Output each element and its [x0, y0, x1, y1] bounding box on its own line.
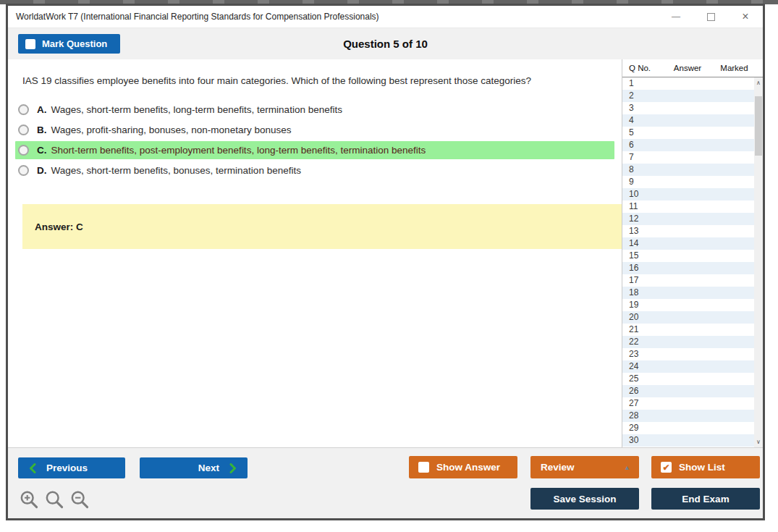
list-item[interactable]: 9: [622, 176, 754, 188]
option-text: Wages, short-term benefits, long-term be…: [51, 104, 342, 115]
question-list-panel: Q No. Answer Marked 12345678910111213141…: [622, 59, 763, 447]
show-answer-checkbox[interactable]: [418, 462, 429, 473]
radio-button[interactable]: [18, 104, 29, 115]
list-item[interactable]: 23: [622, 348, 754, 360]
list-item[interactable]: 1: [622, 77, 754, 90]
question-text: IAS 19 classifies employee benefits into…: [22, 75, 612, 86]
save-session-button[interactable]: Save Session: [530, 488, 639, 510]
list-item[interactable]: 16: [622, 262, 754, 274]
show-list-label: Show List: [679, 462, 725, 473]
next-button[interactable]: Next: [140, 457, 248, 478]
zoom-in-icon[interactable]: [20, 490, 39, 510]
list-item[interactable]: 2: [622, 90, 754, 102]
list-item[interactable]: 12: [622, 213, 754, 225]
zoom-toolbar: [20, 490, 90, 510]
list-item[interactable]: 7: [622, 151, 754, 164]
question-area: IAS 19 classifies employee benefits into…: [8, 59, 622, 447]
list-item[interactable]: 17: [622, 274, 754, 287]
options-list: A. Wages, short-term benefits, long-term…: [15, 101, 622, 180]
question-list-header: Q No. Answer Marked: [622, 59, 763, 77]
option-row-b[interactable]: B. Wages, profit-sharing, bonuses, non-m…: [15, 121, 614, 139]
show-list-checkbox[interactable]: ✔: [661, 462, 672, 473]
footer-toolbar: Previous Next: [8, 447, 763, 518]
option-text: Wages, short-term benefits, bonuses, ter…: [51, 165, 301, 176]
close-icon: ×: [742, 10, 748, 23]
scrollbar[interactable]: ∧ ∨: [754, 77, 763, 447]
radio-button[interactable]: [18, 124, 29, 135]
zoom-reset-icon[interactable]: [45, 490, 64, 510]
end-exam-button[interactable]: End Exam: [651, 488, 760, 510]
end-exam-label: End Exam: [682, 494, 729, 504]
minimize-icon: —: [672, 12, 680, 22]
main-area: IAS 19 classifies employee benefits into…: [8, 59, 763, 447]
scroll-thumb[interactable]: [755, 96, 762, 156]
show-list-button[interactable]: ✔ Show List: [651, 456, 760, 478]
list-item[interactable]: 28: [622, 410, 754, 422]
answer-box: Answer: C: [22, 204, 622, 249]
answer-label: Answer: C: [35, 221, 83, 232]
scroll-down-icon: ∨: [756, 439, 761, 445]
list-item[interactable]: 26: [622, 385, 754, 397]
previous-label: Previous: [46, 463, 88, 473]
maximize-icon: [707, 13, 715, 21]
list-item[interactable]: 8: [622, 164, 754, 176]
show-answer-button[interactable]: Show Answer: [409, 456, 517, 478]
question-header-band: Question 5 of 10 Mark Question: [8, 28, 763, 59]
list-item[interactable]: 24: [622, 360, 754, 373]
next-label: Next: [198, 463, 219, 473]
review-button[interactable]: Review ▲: [530, 456, 639, 478]
mark-question-checkbox[interactable]: [25, 39, 35, 49]
option-row-d[interactable]: D. Wages, short-term benefits, bonuses, …: [15, 161, 614, 180]
list-item[interactable]: 19: [622, 299, 754, 311]
radio-button[interactable]: [18, 165, 29, 176]
list-item[interactable]: 6: [622, 139, 754, 151]
close-button[interactable]: ×: [728, 6, 763, 28]
list-item[interactable]: 3: [622, 102, 754, 114]
list-item[interactable]: 11: [622, 200, 754, 213]
option-letter: A.: [37, 104, 47, 115]
option-row-c-highlighted[interactable]: C. Short-term benefits, post-employment …: [15, 141, 614, 159]
show-answer-label: Show Answer: [436, 462, 500, 473]
list-item[interactable]: 21: [622, 324, 754, 336]
option-text: Short-term benefits, post-employment ben…: [51, 145, 426, 156]
caret-up-icon: ▲: [624, 464, 639, 471]
list-item[interactable]: 25: [622, 373, 754, 385]
list-item[interactable]: 18: [622, 287, 754, 299]
save-session-label: Save Session: [553, 494, 616, 504]
zoom-out-icon[interactable]: [70, 490, 90, 510]
scroll-down-button[interactable]: ∨: [754, 436, 763, 447]
column-header-qno: Q No.: [622, 64, 662, 72]
scroll-up-icon: ∧: [756, 80, 761, 86]
mark-question-label: Mark Question: [42, 38, 107, 49]
maximize-button[interactable]: [693, 6, 728, 28]
list-item[interactable]: 15: [622, 250, 754, 262]
list-item[interactable]: 14: [622, 237, 754, 250]
question-list-rows: 1234567891011121314151617181920212223242…: [622, 77, 754, 447]
option-letter: B.: [37, 124, 47, 135]
window-controls: — ×: [659, 6, 763, 28]
review-label: Review: [541, 462, 575, 473]
minimize-button[interactable]: —: [659, 6, 693, 28]
mark-question-button[interactable]: Mark Question: [18, 34, 120, 54]
option-letter: D.: [37, 165, 47, 176]
list-item[interactable]: 20: [622, 311, 754, 324]
list-item[interactable]: 10: [622, 188, 754, 200]
list-item[interactable]: 5: [622, 127, 754, 139]
list-item[interactable]: 27: [622, 397, 754, 410]
window-title: WorldatWork T7 (International Financial …: [8, 12, 379, 22]
list-item[interactable]: 4: [622, 114, 754, 127]
question-list: 1234567891011121314151617181920212223242…: [622, 77, 763, 447]
app-window: WorldatWork T7 (International Financial …: [6, 4, 765, 520]
column-header-marked: Marked: [713, 64, 763, 72]
titlebar: WorldatWork T7 (International Financial …: [8, 6, 763, 28]
radio-button[interactable]: [18, 145, 29, 156]
list-item[interactable]: 29: [622, 422, 754, 434]
previous-button[interactable]: Previous: [18, 457, 125, 478]
option-row-a[interactable]: A. Wages, short-term benefits, long-term…: [15, 101, 614, 119]
scroll-up-button[interactable]: ∧: [754, 77, 763, 88]
list-item[interactable]: 22: [622, 336, 754, 348]
list-item[interactable]: 13: [622, 225, 754, 237]
list-item[interactable]: 30: [622, 434, 754, 447]
chevron-right-icon: [229, 463, 237, 473]
option-text: Wages, profit-sharing, bonuses, non-mone…: [51, 124, 292, 135]
